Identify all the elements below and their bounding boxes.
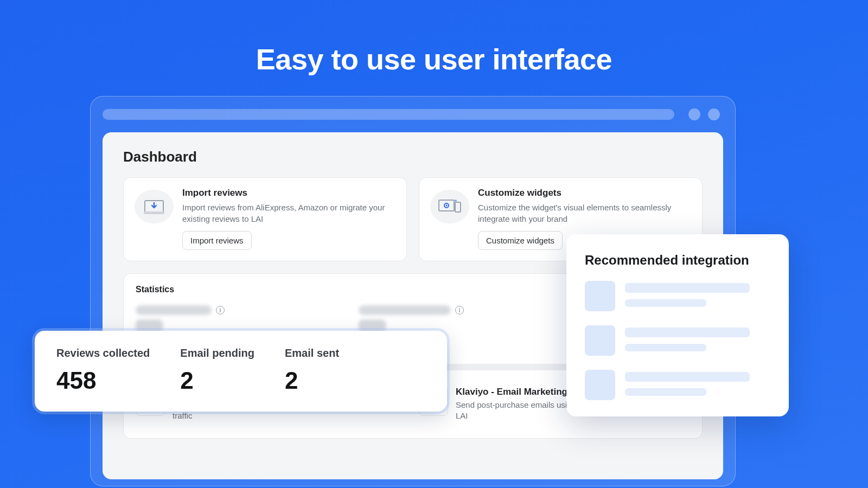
- svg-point-6: [455, 200, 457, 202]
- reco-item[interactable]: [585, 325, 770, 356]
- reco-thumb-placeholder: [585, 281, 615, 311]
- page-title: Dashboard: [123, 149, 703, 165]
- hero-title: Easy to use user interface: [0, 0, 868, 76]
- reco-line-placeholder: [625, 388, 706, 396]
- email-sent-value: 2: [285, 367, 339, 394]
- reviews-collected-value: 458: [56, 367, 150, 394]
- window-titlebar: [103, 108, 723, 120]
- recommended-integration-title: Recommended integration: [585, 253, 770, 268]
- stat-label-placeholder: [136, 305, 212, 315]
- info-icon[interactable]: i: [455, 306, 464, 314]
- window-control-dot[interactable]: [708, 108, 720, 120]
- import-card-title: Import reviews: [182, 188, 388, 198]
- svg-rect-3: [455, 202, 461, 212]
- window-control-dot[interactable]: [688, 108, 700, 120]
- reco-line-placeholder: [625, 283, 750, 293]
- reco-line-placeholder: [625, 328, 750, 337]
- reco-item[interactable]: [585, 370, 770, 400]
- import-reviews-button[interactable]: Import reviews: [182, 231, 252, 250]
- import-reviews-card: Import reviews Import reviews from AliEx…: [123, 177, 407, 261]
- customize-card-title: Customize widgets: [478, 188, 684, 198]
- reco-thumb-placeholder: [585, 325, 615, 356]
- svg-rect-1: [144, 211, 164, 214]
- reco-thumb-placeholder: [585, 370, 615, 400]
- stats-highlight-card: Reviews collected 458 Email pending 2 Em…: [35, 331, 447, 412]
- address-bar[interactable]: [103, 109, 674, 120]
- reco-line-placeholder: [625, 372, 750, 382]
- stat-label-placeholder: [359, 305, 451, 315]
- email-pending-value: 2: [180, 367, 254, 394]
- recommended-integration-card: Recommended integration: [566, 234, 789, 416]
- customize-widgets-button[interactable]: Customize widgets: [478, 231, 563, 250]
- reco-line-placeholder: [625, 299, 706, 307]
- email-sent-label: Email sent: [285, 347, 339, 359]
- svg-point-5: [446, 205, 448, 207]
- reco-item[interactable]: [585, 281, 770, 311]
- info-icon[interactable]: i: [216, 306, 225, 314]
- import-card-desc: Import reviews from AliExpress, Amazon o…: [182, 202, 388, 224]
- email-pending-label: Email pending: [180, 347, 254, 359]
- customize-icon: [430, 190, 469, 223]
- import-icon: [135, 190, 174, 223]
- customize-card-desc: Customize the widget's visual elements t…: [478, 202, 684, 224]
- reco-line-placeholder: [625, 344, 706, 351]
- reviews-collected-label: Reviews collected: [56, 347, 150, 359]
